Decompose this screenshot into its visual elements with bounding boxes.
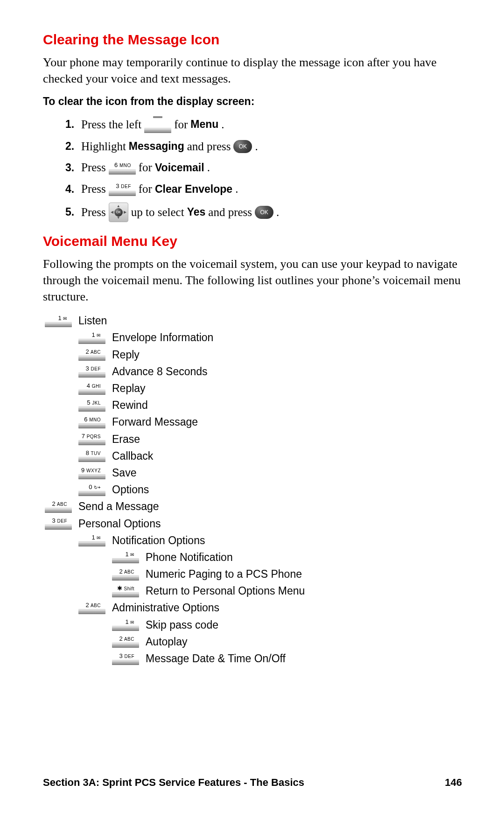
tree-node: 3 DEFPersonal Options [45,516,462,531]
phone-key-icon: 1 ✉ [45,315,72,327]
tree-node: 0 ↻+Options [78,482,462,497]
tree-node-label: Advance 8 Seconds [112,364,208,379]
tree-node: 1 ✉Envelope Information [78,330,462,345]
phone-key-icon: 1 ✉ [112,618,139,631]
step-item: 5.Press ▲▼◀▶ up to select Yes and press … [65,203,462,222]
paragraph-intro-1: Your phone may temporarily continue to d… [43,54,462,87]
phone-key-icon: 9 WXYZ [78,467,105,479]
phone-key-icon: ✱ Shift [112,585,139,597]
phone-key-icon: 3 DEF [109,182,136,196]
tree-node: 1 ✉Skip pass code [112,617,462,632]
tree-node-label: Replay [112,381,146,396]
phone-key-icon: 3 DEF [78,365,105,378]
tree-node: 2 ABCNumeric Paging to a PCS Phone [112,567,462,581]
phone-key-icon: 7 PQRS [78,433,105,445]
heading-voicemail-menu-key: Voicemail Menu Key [43,233,462,249]
steps-list: 1.Press the left for Menu.2.Highlight Me… [65,116,462,222]
step-number: 4. [65,182,78,196]
tree-node-label: Personal Options [78,516,161,531]
ok-button-icon: OK [255,206,273,219]
tree-node-label: Skip pass code [146,617,218,632]
phone-key-icon: 2 ABC [78,602,105,614]
tree-node: 8 TUVCallback [78,448,462,463]
phone-key-icon: 1 ✉ [112,551,139,563]
tree-node: 3 DEFAdvance 8 Seconds [78,364,462,379]
tree-node: 9 WXYZSave [78,465,462,480]
phone-key-icon: 2 ABC [112,635,139,648]
phone-key-icon: 3 DEF [112,652,139,665]
phone-key-icon: 6 MNO [78,416,105,428]
ok-button-icon: OK [233,140,252,153]
tree-node-label: Envelope Information [112,330,213,345]
tree-node-label: Message Date & Time On/Off [146,651,286,666]
subheading-clear-icon: To clear the icon from the display scree… [43,95,462,108]
tree-node: 6 MNOForward Message [78,414,462,429]
tree-node-label: Reply [112,347,140,362]
tree-node-label: Options [112,482,149,497]
tree-node: 2 ABCSend a Message [45,499,462,514]
phone-key-icon: 8 TUV [78,449,105,462]
tree-node-label: Callback [112,448,153,463]
step-number: 2. [65,139,78,154]
tree-children: 1 ✉Envelope Information2 ABCReply3 DEFAd… [78,330,462,497]
tree-node-label: Save [112,465,136,480]
step-number: 3. [65,161,78,175]
phone-key-icon: 4 GHI [78,382,105,395]
step-item: 2.Highlight Messaging and press OK . [65,139,462,154]
phone-key-icon: 3 DEF [45,517,72,530]
tree-node: 2 ABCAutoplay [112,634,462,649]
voicemail-menu-tree: 1 ✉Listen1 ✉Envelope Information2 ABCRep… [45,313,462,666]
tree-node-label: Send a Message [78,499,159,514]
tree-node: 1 ✉Notification Options [78,533,462,548]
tree-node: 1 ✉Listen [45,313,462,328]
tree-children: 1 ✉Skip pass code2 ABCAutoplay3 DEFMessa… [112,617,462,666]
phone-key-icon: 1 ✉ [78,534,105,546]
heading-clearing-message-icon: Clearing the Message Icon [43,32,462,48]
tree-children: 1 ✉Phone Notification2 ABCNumeric Paging… [112,550,462,599]
tree-node-label: Rewind [112,398,148,413]
tree-node-label: Autoplay [146,634,188,649]
phone-key-icon: 0 ↻+ [78,483,105,496]
tree-node-label: Forward Message [112,414,198,429]
page-footer: Section 3A: Sprint PCS Service Features … [43,777,462,789]
phone-key-icon: 6 MNO [109,161,136,175]
paragraph-intro-2: Following the prompts on the voicemail s… [43,256,462,305]
footer-section-title: Section 3A: Sprint PCS Service Features … [43,777,304,789]
tree-node-label: Notification Options [112,533,205,548]
tree-node-label: Listen [78,313,107,328]
tree-node-label: Erase [112,432,140,447]
tree-node: ✱ ShiftReturn to Personal Options Menu [112,583,462,598]
tree-node: 7 PQRSErase [78,432,462,447]
tree-node: 2 ABCAdministrative Options [78,600,462,615]
tree-node: 5 JKLRewind [78,398,462,413]
phone-key-icon: 1 ✉ [78,331,105,344]
tree-node: 1 ✉Phone Notification [112,550,462,565]
phone-key-icon: 5 JKL [78,399,105,412]
step-item: 1.Press the left for Menu. [65,116,462,133]
tree-node: 3 DEFMessage Date & Time On/Off [112,651,462,666]
tree-node: 4 GHIReplay [78,381,462,396]
tree-children: 1 ✉Notification Options1 ✉Phone Notifica… [78,533,462,666]
step-number: 1. [65,117,78,132]
phone-key-icon [144,116,171,133]
footer-page-number: 146 [445,777,462,789]
step-number: 5. [65,205,78,219]
tree-node-label: Phone Notification [146,550,233,565]
tree-node-label: Administrative Options [112,600,219,615]
nav-pad-icon: ▲▼◀▶ [109,203,128,222]
tree-node-label: Numeric Paging to a PCS Phone [146,567,302,581]
step-item: 3.Press 6 MNO for Voicemail. [65,160,462,175]
phone-key-icon: 2 ABC [78,348,105,361]
tree-node-label: Return to Personal Options Menu [146,583,305,598]
step-item: 4.Press 3 DEF for Clear Envelope. [65,181,462,197]
phone-key-icon: 2 ABC [45,500,72,513]
tree-node: 2 ABCReply [78,347,462,362]
phone-key-icon: 2 ABC [112,568,139,581]
manual-page: Clearing the Message Icon Your phone may… [0,0,504,840]
